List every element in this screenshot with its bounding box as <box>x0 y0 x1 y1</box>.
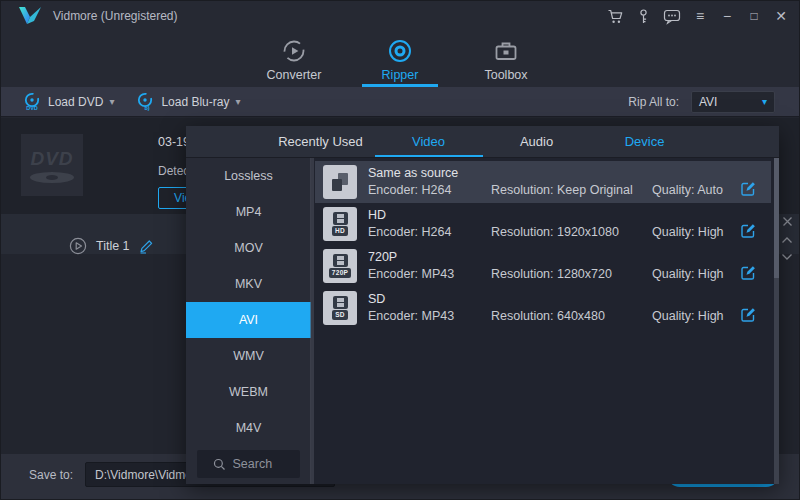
preset-row-720p[interactable]: 720P 720P Encoder: MP43 Resolution: 1280… <box>315 245 771 287</box>
dvd-disc-shape <box>30 172 74 183</box>
key-icon[interactable] <box>635 8 652 25</box>
preset-quality: Quality: Auto <box>652 183 723 197</box>
format-item-m4v[interactable]: M4V <box>186 410 311 446</box>
tab-device[interactable]: Device <box>591 126 699 157</box>
dvd-disc-icon: DVD <box>23 92 42 111</box>
format-item-lossless[interactable]: Lossless <box>186 158 311 194</box>
tab-ripper-label: Ripper <box>382 68 419 82</box>
preset-encoder: Encoder: H264 <box>368 225 451 239</box>
minimize-icon[interactable]: − <box>719 9 735 23</box>
preset-quality: Quality: High <box>652 309 724 323</box>
preset-badge: 720P <box>329 268 351 277</box>
converter-icon <box>281 38 307 64</box>
preset-name: HD <box>368 208 386 222</box>
play-circle-icon[interactable] <box>69 237 87 255</box>
toolbar: DVD Load DVD ▾ b) Load Blu-ray ▾ Rip All… <box>1 87 799 117</box>
preset-name: 720P <box>368 250 397 264</box>
tab-audio[interactable]: Audio <box>483 126 591 157</box>
move-down-icon[interactable] <box>781 253 793 261</box>
preset-quality: Quality: High <box>652 267 724 281</box>
tab-toolbox[interactable]: Toolbox <box>466 31 546 87</box>
preset-badge: SD <box>332 310 348 319</box>
dvd-thumbnail: DVD <box>21 134 83 196</box>
app-title: Vidmore (Unregistered) <box>53 9 178 23</box>
save-to-label: Save to: <box>29 468 73 482</box>
tab-converter-label: Converter <box>267 68 322 82</box>
same-as-source-icon <box>323 165 357 199</box>
tab-converter[interactable]: Converter <box>254 31 334 87</box>
cart-icon[interactable] <box>607 8 624 25</box>
preset-badge: HD <box>332 226 348 235</box>
load-bluray-button[interactable]: b) Load Blu-ray ▾ <box>136 92 240 111</box>
format-item-avi[interactable]: AVI <box>186 302 311 338</box>
preset-list: Same as source Encoder: H264 Resolution:… <box>315 161 771 329</box>
svg-text:b): b) <box>145 105 150 111</box>
format-item-webm[interactable]: WEBM <box>186 374 311 410</box>
move-up-icon[interactable] <box>781 236 793 244</box>
title-row-label: Title 1 <box>96 239 130 253</box>
profile-panel: Recently Used Video Audio Device Lossles… <box>186 126 779 484</box>
feedback-icon[interactable] <box>663 8 681 25</box>
video-preset-icon: HD <box>323 207 357 241</box>
format-list-scrollbar[interactable] <box>310 158 314 484</box>
load-bluray-label: Load Blu-ray <box>161 95 229 109</box>
app-window: Vidmore (Unregistered) ≡ − □ ✕ <box>0 0 800 500</box>
chevron-down-icon: ▾ <box>109 96 114 107</box>
titlebar-icons: ≡ − □ ✕ <box>607 1 789 31</box>
preset-resolution: Resolution: 640x480 <box>491 309 605 323</box>
video-preset-icon: 720P <box>323 249 357 283</box>
video-preset-icon: SD <box>323 291 357 325</box>
maximize-icon[interactable]: □ <box>746 10 762 22</box>
preset-resolution: Resolution: Keep Original <box>491 183 633 197</box>
edit-profile-icon[interactable] <box>740 180 757 197</box>
edit-profile-icon[interactable] <box>740 222 757 239</box>
preset-encoder: Encoder: H264 <box>368 183 451 197</box>
rip-all-to-label: Rip All to: <box>628 95 679 109</box>
remove-item-icon[interactable] <box>782 216 793 227</box>
format-item-mp4[interactable]: MP4 <box>186 194 311 230</box>
edit-profile-icon[interactable] <box>740 264 757 281</box>
preset-resolution: Resolution: 1920x1080 <box>491 225 619 239</box>
profile-panel-tabs: Recently Used Video Audio Device <box>186 126 779 158</box>
svg-text:DVD: DVD <box>26 105 38 111</box>
format-item-mov[interactable]: MOV <box>186 230 311 266</box>
list-edge-controls <box>779 216 795 261</box>
preset-row-same-as-source[interactable]: Same as source Encoder: H264 Resolution:… <box>315 161 771 203</box>
preset-row-hd[interactable]: HD HD Encoder: H264 Resolution: 1920x108… <box>315 203 771 245</box>
ripper-icon <box>387 38 413 64</box>
tab-ripper[interactable]: Ripper <box>360 31 440 87</box>
main-nav: Converter Ripper Toolbox <box>1 31 799 87</box>
rip-all-to-value: AVI <box>699 95 762 109</box>
load-dvd-label: Load DVD <box>48 95 103 109</box>
load-dvd-button[interactable]: DVD Load DVD ▾ <box>23 92 114 111</box>
menu-icon[interactable]: ≡ <box>692 9 708 23</box>
preset-row-sd[interactable]: SD SD Encoder: MP43 Resolution: 640x480 … <box>315 287 771 329</box>
tab-toolbox-label: Toolbox <box>484 68 527 82</box>
chevron-down-icon: ▾ <box>235 96 240 107</box>
rip-all-to-select[interactable]: AVI ▾ <box>691 91 775 113</box>
preset-encoder: Encoder: MP43 <box>368 309 454 323</box>
titlebar: Vidmore (Unregistered) ≡ − □ ✕ <box>1 1 799 31</box>
close-icon[interactable]: ✕ <box>773 9 789 23</box>
title-row[interactable]: Title 1 <box>69 237 154 255</box>
format-list: Lossless MP4 MOV MKV AVI WMV WEBM M4V <box>186 158 311 484</box>
bluray-disc-icon: b) <box>136 92 155 111</box>
rename-pencil-icon[interactable] <box>139 239 154 254</box>
preset-resolution: Resolution: 1280x720 <box>491 267 612 281</box>
preset-quality: Quality: High <box>652 225 724 239</box>
dvd-logo-text: DVD <box>30 148 73 170</box>
edit-profile-icon[interactable] <box>740 306 757 323</box>
search-input[interactable] <box>233 457 285 471</box>
preset-name: Same as source <box>368 166 458 180</box>
format-item-wmv[interactable]: WMV <box>186 338 311 374</box>
format-search[interactable] <box>197 450 300 478</box>
format-item-mkv[interactable]: MKV <box>186 266 311 302</box>
vidmore-logo-icon <box>17 5 43 27</box>
toolbox-icon <box>493 38 519 64</box>
preset-list-scrollbar[interactable] <box>774 158 779 484</box>
chevron-down-icon: ▾ <box>762 96 767 107</box>
search-icon <box>213 458 226 471</box>
preset-name: SD <box>368 292 385 306</box>
tab-recently-used[interactable]: Recently Used <box>267 126 375 157</box>
tab-video[interactable]: Video <box>375 126 483 157</box>
